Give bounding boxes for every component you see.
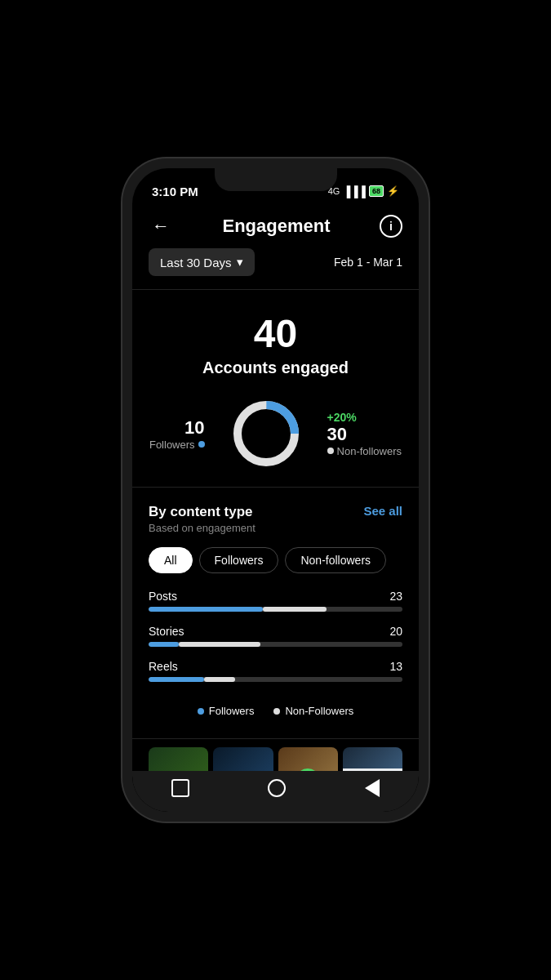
tab-all[interactable]: All	[149, 547, 193, 573]
info-button[interactable]: i	[380, 215, 402, 238]
date-range-label: Feb 1 - Mar 1	[334, 256, 402, 269]
bar-posts: Posts 23	[149, 590, 402, 612]
thumbnails-section: landopia Investing in Real Estate RESIDE…	[132, 739, 419, 771]
bar-posts-white	[263, 607, 327, 612]
bar-reels-white	[204, 677, 234, 682]
nav-back-icon[interactable]	[365, 779, 380, 797]
tab-followers[interactable]: Followers	[199, 547, 279, 573]
donut-area: 10 Followers +20%	[149, 397, 402, 470]
section-title-group: By content type Based on engagement	[149, 504, 256, 534]
bar-stories-track	[149, 642, 402, 647]
bar-posts-blue	[149, 607, 263, 612]
filter-bar: Last 30 Days ▾ Feb 1 - Mar 1	[132, 248, 419, 290]
bar-stories-blue	[149, 642, 179, 647]
phone-frame: 3:10 PM 4G ▐▐▐ 68 ⚡ ← Engagement i Last …	[122, 158, 429, 822]
non-followers-label: Non-followers	[327, 445, 402, 457]
bottom-nav	[132, 771, 419, 812]
bar-reels-label: Reels	[149, 660, 178, 673]
chevron-down-icon: ▾	[237, 255, 243, 270]
app-header: ← Engagement i	[132, 204, 419, 248]
non-followers-value: 30	[327, 424, 402, 445]
accounts-engaged-label: Accounts engaged	[149, 359, 402, 377]
legend-followers: Followers	[198, 705, 255, 717]
thumbnail-2[interactable]: landopia RESIDENTIAL PILOT 6	[213, 747, 273, 771]
tab-non-followers[interactable]: Non-followers	[285, 547, 386, 573]
thumbnail-4[interactable]: LAND FOR SALE $100/MON 6	[343, 747, 402, 771]
period-label: Last 30 Days	[160, 256, 232, 270]
bar-reels-blue	[149, 677, 204, 682]
bar-stories-white	[179, 642, 260, 647]
see-all-button[interactable]: See all	[363, 504, 402, 518]
bar-stories: Stories 20	[149, 625, 402, 647]
bar-reels-value: 13	[389, 660, 402, 673]
section-subtitle: Based on engagement	[149, 522, 256, 534]
non-followers-dot	[327, 448, 334, 454]
legend-followers-dot	[198, 708, 204, 715]
accounts-engaged-number: 40	[149, 314, 402, 354]
bar-posts-track	[149, 607, 402, 612]
status-time: 3:10 PM	[152, 185, 198, 198]
back-button[interactable]: ←	[149, 212, 173, 240]
legend-non-followers-label: Non-Followers	[285, 705, 353, 717]
bar-stories-value: 20	[389, 625, 402, 638]
period-selector[interactable]: Last 30 Days ▾	[149, 248, 255, 276]
followers-value: 10	[149, 417, 205, 439]
signal-icon: ▐▐▐	[343, 185, 366, 198]
legend: Followers Non-Followers	[149, 695, 402, 730]
phone-screen: 3:10 PM 4G ▐▐▐ 68 ⚡ ← Engagement i Last …	[132, 168, 419, 812]
bar-posts-value: 23	[389, 590, 402, 603]
donut-chart	[229, 397, 303, 470]
notch	[215, 168, 337, 191]
non-followers-stats: +20% 30 Non-followers	[327, 411, 402, 457]
bar-posts-label: Posts	[149, 590, 177, 603]
battery-icon: 68	[369, 185, 384, 197]
section-header: By content type Based on engagement See …	[149, 504, 402, 534]
app-content: ← Engagement i Last 30 Days ▾ Feb 1 - Ma…	[132, 204, 419, 771]
nav-circle-icon[interactable]	[268, 779, 286, 797]
bolt-icon: ⚡	[387, 185, 399, 197]
non-followers-pct: +20%	[327, 411, 402, 424]
bar-stories-label: Stories	[149, 625, 184, 638]
content-type-section: By content type Based on engagement See …	[132, 488, 419, 739]
followers-label: Followers	[149, 439, 205, 451]
section-title: By content type	[149, 504, 256, 520]
status-icons: 4G ▐▐▐ 68 ⚡	[328, 185, 399, 198]
thumbnail-3[interactable]: $125rewards landopia.com 6	[278, 747, 338, 771]
followers-dot	[198, 441, 205, 448]
filter-tabs: All Followers Non-followers	[149, 547, 402, 573]
page-title: Engagement	[222, 216, 330, 237]
legend-non-followers-dot	[273, 708, 280, 715]
nav-square-icon[interactable]	[171, 779, 189, 797]
thumbs-grid: landopia Investing in Real Estate RESIDE…	[149, 747, 402, 771]
legend-non-followers: Non-Followers	[273, 705, 353, 717]
stats-section: 40 Accounts engaged 10 Followers	[132, 290, 419, 488]
legend-followers-label: Followers	[209, 705, 255, 717]
followers-stats: 10 Followers	[149, 417, 205, 451]
bar-reels: Reels 13	[149, 660, 402, 682]
thumbnail-1[interactable]: landopia Investing in Real Estate RESIDE…	[149, 747, 208, 771]
bar-reels-track	[149, 677, 402, 682]
